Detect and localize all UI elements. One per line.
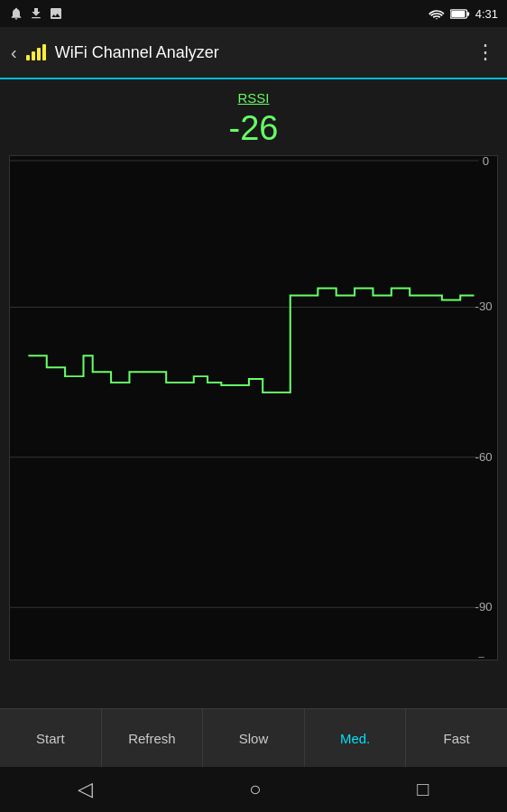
- app-logo-icon: [26, 44, 46, 60]
- app-title: WiFi Channel Analyzer: [55, 43, 475, 62]
- slow-button[interactable]: Slow: [203, 709, 305, 767]
- refresh-button[interactable]: Refresh: [102, 709, 204, 767]
- wifi-icon: [429, 7, 445, 20]
- svg-text:-60: -60: [475, 450, 493, 464]
- notification-icon: [9, 6, 23, 21]
- rssi-label: RSSI: [0, 90, 507, 106]
- rssi-value: -26: [0, 109, 507, 148]
- back-button[interactable]: ◁: [78, 778, 93, 801]
- battery-icon: [450, 8, 470, 20]
- app-bar: ‹ WiFi Channel Analyzer ⋮: [0, 27, 507, 79]
- nav-bar: ◁ ○ □: [0, 767, 507, 812]
- nav-back-icon[interactable]: ‹: [11, 42, 17, 63]
- status-right: 4:31: [429, 7, 498, 21]
- signal-chart: 0 -30 -60 -90 _: [9, 155, 498, 660]
- svg-text:0: 0: [483, 156, 489, 168]
- status-bar: 4:31: [0, 0, 507, 27]
- more-options-icon[interactable]: ⋮: [475, 41, 496, 64]
- photo-icon: [49, 6, 63, 21]
- chart-svg: 0 -30 -60 -90 _: [10, 156, 497, 660]
- toolbar: Start Refresh Slow Med. Fast: [0, 708, 507, 767]
- rssi-section: RSSI -26: [0, 79, 507, 155]
- time-display: 4:31: [475, 7, 498, 21]
- download-icon: [29, 6, 43, 21]
- status-icons-left: [9, 6, 63, 21]
- start-button[interactable]: Start: [0, 709, 102, 767]
- home-button[interactable]: ○: [249, 778, 261, 801]
- svg-text:_: _: [478, 647, 485, 658]
- svg-text:-90: -90: [475, 600, 493, 614]
- med-button[interactable]: Med.: [305, 709, 407, 767]
- svg-rect-2: [451, 11, 465, 17]
- svg-text:-30: -30: [475, 300, 493, 314]
- fast-button[interactable]: Fast: [406, 709, 507, 767]
- svg-rect-1: [466, 12, 469, 15]
- recent-button[interactable]: □: [417, 778, 429, 801]
